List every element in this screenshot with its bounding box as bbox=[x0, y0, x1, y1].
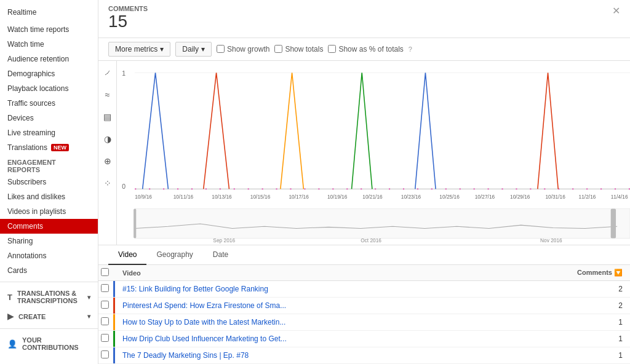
chart-icon-geo-chart[interactable]: ⊕ bbox=[101, 154, 114, 168]
sidebar-item-label-annotations: Annotations bbox=[7, 251, 46, 260]
sidebar-item-demographics[interactable]: Demographics bbox=[0, 66, 98, 81]
group-label-create: CREATE bbox=[18, 313, 46, 320]
row-checkbox-3[interactable] bbox=[101, 317, 109, 325]
sidebar-item-label-devices: Devices bbox=[7, 114, 34, 122]
th-checkbox bbox=[98, 265, 113, 281]
sidebar-item-comments[interactable]: Comments bbox=[0, 219, 98, 234]
chart-icon-pie-chart[interactable]: ◑ bbox=[101, 132, 114, 146]
chart-icon-line-chart[interactable]: ⟋ bbox=[101, 66, 114, 79]
chart-icon-scatter-chart[interactable]: ⁘ bbox=[101, 176, 114, 190]
sidebar-item-realtime-label: Realtime bbox=[7, 8, 36, 17]
video-link-4[interactable]: How Drip Club Used Influencer Marketing … bbox=[122, 334, 287, 343]
sidebar-item-cards[interactable]: Cards bbox=[0, 263, 98, 278]
svg-text:11/2/16: 11/2/16 bbox=[579, 194, 596, 200]
sidebar-item-live-streaming[interactable]: Live streaming bbox=[0, 125, 98, 140]
td-comments-5: 1 bbox=[500, 347, 630, 364]
svg-rect-23 bbox=[611, 208, 616, 238]
svg-text:Sep 2016: Sep 2016 bbox=[213, 237, 235, 243]
svg-text:Oct 2016: Oct 2016 bbox=[361, 237, 381, 243]
video-link-5[interactable]: The 7 Deadly Marketing Sins | Ep. #78 bbox=[122, 351, 249, 360]
main-content: COMMENTS 15 ✕ More metrics ▾ Daily ▾ Sho… bbox=[98, 0, 630, 364]
th-comments[interactable]: Comments 🔽 bbox=[500, 265, 630, 281]
td-title-3: How to Stay Up to Date with the Latest M… bbox=[115, 314, 500, 331]
sidebar-item-likes-dislikes[interactable]: Likes and dislikes bbox=[0, 189, 98, 204]
group-icon-create: ▶ bbox=[7, 312, 14, 321]
header-count: 15 bbox=[108, 12, 148, 31]
chart-icons: ⟋≈▤◑⊕⁘ bbox=[98, 61, 117, 245]
svg-text:0: 0 bbox=[122, 183, 126, 190]
chart-container: ⟋≈▤◑⊕⁘ 1 0 bbox=[98, 61, 630, 245]
sidebar-groups-container: TTRANSLATIONS & TRANSCRIPTIONS▾▶CREATE▾ bbox=[0, 286, 98, 325]
tab-geography[interactable]: Geography bbox=[146, 245, 202, 265]
show-growth-checkbox[interactable] bbox=[217, 45, 225, 53]
group-icon-translations-transcriptions: T bbox=[7, 293, 12, 302]
toolbar: More metrics ▾ Daily ▾ Show growth Show … bbox=[98, 38, 630, 61]
td-checkbox-2 bbox=[98, 298, 113, 314]
sidebar-item-sharing[interactable]: Sharing bbox=[0, 234, 98, 248]
sidebar-item-audience-retention[interactable]: Audience retention bbox=[0, 52, 98, 66]
chart-icon-compare-chart[interactable]: ≈ bbox=[101, 88, 114, 101]
chevron-icon-translations-transcriptions: ▾ bbox=[87, 294, 90, 301]
sidebar-item-label-demographics: Demographics bbox=[7, 69, 55, 78]
video-link-2[interactable]: Pinterest Ad Spend: How Ezra Firestone o… bbox=[122, 301, 286, 310]
sidebar-realtime-section: Realtime bbox=[0, 0, 98, 22]
td-comments-4: 1 bbox=[500, 331, 630, 347]
row-checkbox-1[interactable] bbox=[101, 284, 109, 292]
row-checkbox-4[interactable] bbox=[101, 334, 109, 342]
sidebar-item-label-likes-dislikes: Likes and dislikes bbox=[7, 192, 65, 201]
table-row: How Drip Club Used Influencer Marketing … bbox=[98, 331, 630, 347]
svg-text:10/13/16: 10/13/16 bbox=[212, 194, 232, 200]
sidebar-item-traffic-sources[interactable]: Traffic sources bbox=[0, 96, 98, 111]
sidebar-contributions[interactable]: 👤 YOUR CONTRIBUTIONS bbox=[0, 333, 98, 355]
sidebar-group-translations-transcriptions[interactable]: TTRANSLATIONS & TRANSCRIPTIONS▾ bbox=[0, 286, 98, 308]
sidebar-group-create[interactable]: ▶CREATE▾ bbox=[0, 308, 98, 325]
group-label-translations-transcriptions: TRANSLATIONS & TRANSCRIPTIONS bbox=[17, 290, 82, 304]
tab-date[interactable]: Date bbox=[203, 245, 238, 265]
sidebar-item-subscribers[interactable]: Subscribers bbox=[0, 175, 98, 189]
svg-text:10/17/16: 10/17/16 bbox=[289, 194, 309, 200]
show-totals-checkbox[interactable] bbox=[274, 45, 282, 53]
chart-icon-bar-chart[interactable]: ▤ bbox=[101, 110, 114, 124]
more-metrics-label: More metrics bbox=[115, 45, 158, 53]
sidebar-item-label-audience-retention: Audience retention bbox=[7, 55, 69, 63]
select-all-checkbox[interactable] bbox=[101, 268, 109, 276]
bottom-section: VideoGeographyDate Video Comments 🔽 bbox=[98, 245, 630, 364]
sidebar-item-realtime[interactable]: Realtime bbox=[0, 5, 98, 20]
daily-button[interactable]: Daily ▾ bbox=[175, 42, 212, 57]
td-checkbox-3 bbox=[98, 314, 113, 331]
sidebar-item-devices[interactable]: Devices bbox=[0, 111, 98, 125]
show-growth-checkbox-label[interactable]: Show growth bbox=[217, 45, 269, 53]
svg-text:10/23/16: 10/23/16 bbox=[401, 194, 421, 200]
sidebar-contributions-label: YOUR CONTRIBUTIONS bbox=[22, 336, 90, 351]
sidebar-items-container: Watch time reportsWatch timeAudience ret… bbox=[0, 22, 98, 278]
sidebar-item-translations[interactable]: TranslationsNEW bbox=[0, 140, 98, 155]
sidebar-item-annotations[interactable]: Annotations bbox=[0, 248, 98, 263]
svg-rect-19 bbox=[135, 208, 630, 238]
close-icon[interactable]: ✕ bbox=[612, 5, 620, 17]
info-icon[interactable]: ? bbox=[409, 46, 412, 53]
video-link-1[interactable]: #15: Link Building for Better Google Ran… bbox=[122, 285, 268, 293]
row-checkbox-2[interactable] bbox=[101, 301, 109, 309]
sidebar-item-label-traffic-sources: Traffic sources bbox=[7, 99, 55, 108]
sidebar-item-playback-locations[interactable]: Playback locations bbox=[0, 81, 98, 96]
sidebar-item-label-translations: Translations bbox=[7, 143, 47, 152]
sidebar-item-videos-in-playlists[interactable]: Videos in playlists bbox=[0, 204, 98, 219]
chevron-icon-create: ▾ bbox=[87, 313, 90, 320]
sidebar-item-label-videos-in-playlists: Videos in playlists bbox=[7, 207, 66, 216]
sidebar-item-watch-time[interactable]: Watch time bbox=[0, 37, 98, 52]
row-checkbox-5[interactable] bbox=[101, 350, 109, 358]
svg-text:10/31/16: 10/31/16 bbox=[545, 194, 565, 200]
sidebar: Realtime Watch time reportsWatch timeAud… bbox=[0, 0, 98, 364]
table-row: Pinterest Ad Spend: How Ezra Firestone o… bbox=[98, 298, 630, 314]
tab-video[interactable]: Video bbox=[108, 245, 146, 265]
sidebar-item-label-sharing: Sharing bbox=[7, 237, 33, 245]
sidebar-item-watch-time-reports[interactable]: Watch time reports bbox=[0, 22, 98, 37]
svg-text:10/15/16: 10/15/16 bbox=[250, 194, 271, 200]
video-link-3[interactable]: How to Stay Up to Date with the Latest M… bbox=[122, 318, 285, 326]
show-pct-checkbox[interactable] bbox=[328, 45, 336, 53]
more-metrics-button[interactable]: More metrics ▾ bbox=[108, 42, 170, 57]
show-growth-label: Show growth bbox=[227, 45, 269, 53]
show-totals-checkbox-label[interactable]: Show totals bbox=[274, 45, 323, 53]
sidebar-section-header: Engagement reports bbox=[0, 155, 98, 175]
show-pct-checkbox-label[interactable]: Show as % of totals bbox=[328, 45, 403, 53]
